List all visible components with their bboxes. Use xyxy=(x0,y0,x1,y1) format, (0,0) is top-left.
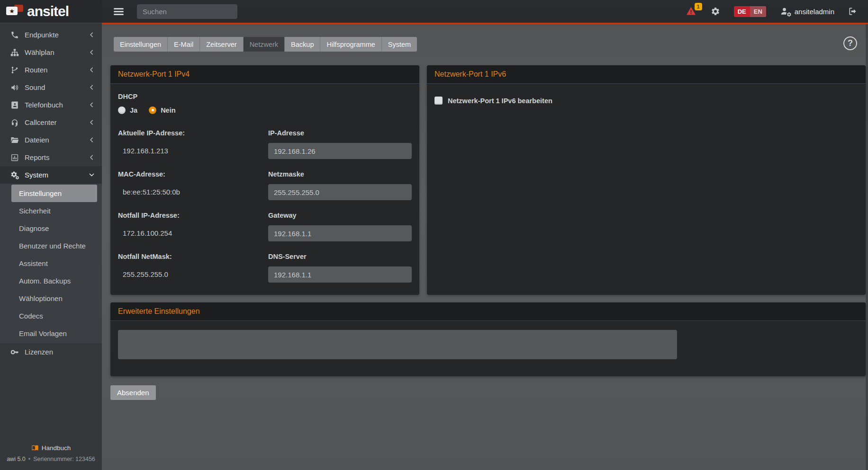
system-submenu: Einstellungen Sicherheit Diagnose Benutz… xyxy=(0,184,102,343)
book-icon xyxy=(31,444,39,452)
submenu-item-waehloptionen[interactable]: Wähloptionen xyxy=(0,290,102,307)
star-icon: ★ xyxy=(6,7,18,15)
headset-icon xyxy=(10,118,19,127)
logout-icon[interactable] xyxy=(848,7,858,16)
field-ip-adresse: IP-Adresse xyxy=(268,129,412,159)
dhcp-label: DHCP xyxy=(118,93,412,100)
sidebar-menu: Endpunkte Wählplan Routen Sound Telefonb… xyxy=(0,23,102,444)
dhcp-radio-ja[interactable]: Ja xyxy=(118,106,137,114)
sidebar-item-sound[interactable]: Sound xyxy=(0,79,102,96)
ip-adresse-input[interactable] xyxy=(268,143,412,159)
sidebar-item-lizenzen[interactable]: Lizenzen xyxy=(0,343,102,361)
ipv4-panel-title: Netzwerk-Port 1 IPv4 xyxy=(110,65,419,84)
user-menu[interactable]: ansiteladmin xyxy=(780,7,834,16)
gateway-input[interactable] xyxy=(268,225,412,241)
chevron-left-icon xyxy=(89,49,95,55)
sidebar: ★ ansitel Endpunkte Wählplan Routen Soun… xyxy=(0,0,102,470)
key-icon xyxy=(10,348,19,356)
sitemap-icon xyxy=(10,48,19,57)
netzmaske-input[interactable] xyxy=(268,184,412,200)
submenu-item-diagnose[interactable]: Diagnose xyxy=(0,220,102,237)
sidebar-item-telefonbuch[interactable]: Telefonbuch xyxy=(0,96,102,114)
sidebar-item-endpunkte[interactable]: Endpunkte xyxy=(0,26,102,44)
chevron-left-icon xyxy=(89,137,95,143)
hamburger-menu-icon[interactable] xyxy=(114,8,124,15)
sidebar-footer: Handbuch awi 5.0•Seriennummer: 123456 xyxy=(0,444,102,470)
sidebar-item-reports[interactable]: Reports xyxy=(0,149,102,166)
brand-logo[interactable]: ★ ansitel xyxy=(0,0,102,23)
tab-email[interactable]: E-Mail xyxy=(168,37,200,52)
help-icon[interactable]: ? xyxy=(843,36,857,50)
tab-hilfsprogramme[interactable]: Hilfsprogramme xyxy=(320,37,381,52)
chevron-left-icon xyxy=(89,119,95,125)
search-input[interactable] xyxy=(137,4,237,19)
handbuch-link[interactable]: Handbuch xyxy=(31,444,71,452)
address-book-icon xyxy=(10,101,19,109)
tab-zeitserver[interactable]: Zeitserver xyxy=(200,37,243,52)
language-switch: DE EN xyxy=(734,6,766,17)
field-aktuelle-ip: Aktuelle IP-Adresse: 192.168.1.213 xyxy=(118,129,262,159)
settings-gear-icon[interactable] xyxy=(711,7,720,16)
settings-tabs: Einstellungen E-Mail Zeitserver Netzwerk… xyxy=(114,37,417,52)
chart-bar-icon xyxy=(10,153,19,162)
radio-checked-icon xyxy=(149,106,156,114)
field-dns-server: DNS-Server xyxy=(268,253,412,283)
field-mac-adresse: MAC-Adresse: be:ee:51:25:50:0b xyxy=(118,170,262,200)
ipv6-panel: Netzwerk-Port 1 IPv6 Netzwerk-Port 1 IPv… xyxy=(427,65,866,295)
checkbox-unchecked-icon xyxy=(434,97,443,105)
submenu-item-email-vorlagen[interactable]: Email Vorlagen xyxy=(0,325,102,342)
version-info: awi 5.0•Seriennummer: 123456 xyxy=(0,456,102,462)
submenu-item-einstellungen[interactable]: Einstellungen xyxy=(11,185,97,202)
sidebar-item-dateien[interactable]: Dateien xyxy=(0,131,102,149)
chevron-down-icon xyxy=(89,172,95,178)
ipv6-panel-title: Netzwerk-Port 1 IPv6 xyxy=(427,65,866,84)
sidebar-item-waehlplan[interactable]: Wählplan xyxy=(0,44,102,61)
username: ansiteladmin xyxy=(795,8,834,16)
alerts-button[interactable]: 1 xyxy=(686,6,697,17)
chevron-left-icon xyxy=(89,67,95,73)
user-gear-icon xyxy=(780,7,790,16)
field-notfall-netmask: Notfall NetMask: 255.255.255.0 xyxy=(118,253,262,283)
chevron-left-icon xyxy=(89,32,95,38)
tab-einstellungen[interactable]: Einstellungen xyxy=(114,37,168,52)
folder-open-icon xyxy=(10,136,19,144)
ipv6-edit-checkbox[interactable]: Netzwerk-Port 1 IPv6 bearbeiten xyxy=(434,97,858,105)
ipv4-panel: Netzwerk-Port 1 IPv4 DHCP Ja Nein Aktuel xyxy=(110,65,419,295)
accent-divider xyxy=(102,23,868,24)
submenu-item-benutzer-und-rechte[interactable]: Benutzer und Rechte xyxy=(0,237,102,255)
submenu-item-codecs[interactable]: Codecs xyxy=(0,307,102,325)
advanced-panel-title: Erweiterte Einstellungen xyxy=(110,302,866,321)
radio-unchecked-icon xyxy=(118,106,126,114)
tab-netzwerk[interactable]: Netzwerk xyxy=(244,37,285,52)
chevron-left-icon xyxy=(89,102,95,108)
volume-icon xyxy=(10,83,19,92)
scrollbar[interactable] xyxy=(866,24,868,470)
dns-server-input[interactable] xyxy=(268,266,412,283)
topbar-actions: 1 DE EN ansiteladmin xyxy=(686,6,858,17)
chevron-left-icon xyxy=(89,84,95,90)
alert-count-badge: 1 xyxy=(695,3,702,10)
sidebar-item-callcenter[interactable]: Callcenter xyxy=(0,114,102,131)
notfall-ip-value: 172.16.100.254 xyxy=(118,225,262,241)
sidebar-item-routen[interactable]: Routen xyxy=(0,61,102,79)
submit-button[interactable]: Absenden xyxy=(110,385,156,400)
sidebar-item-system[interactable]: System xyxy=(0,166,102,184)
main-content: Einstellungen E-Mail Zeitserver Netzwerk… xyxy=(102,24,868,470)
lang-en-button[interactable]: EN xyxy=(750,6,766,17)
ipv4-form: Aktuelle IP-Adresse: 192.168.1.213 IP-Ad… xyxy=(118,129,412,283)
aktuelle-ip-value: 192.168.1.213 xyxy=(118,143,262,159)
field-gateway: Gateway xyxy=(268,212,412,241)
submenu-item-sicherheit[interactable]: Sicherheit xyxy=(0,202,102,220)
notfall-netmask-value: 255.255.255.0 xyxy=(118,266,262,283)
submenu-item-assistent[interactable]: Assistent xyxy=(0,255,102,272)
submenu-item-autom-backups[interactable]: Autom. Backups xyxy=(0,272,102,290)
tab-backup[interactable]: Backup xyxy=(285,37,320,52)
dhcp-radio-nein[interactable]: Nein xyxy=(149,106,175,114)
tab-system[interactable]: System xyxy=(382,37,417,52)
advanced-settings-textarea[interactable] xyxy=(118,330,677,359)
brand-name: ansitel xyxy=(27,4,69,18)
mac-adresse-value: be:ee:51:25:50:0b xyxy=(118,184,262,200)
topbar: 1 DE EN ansiteladmin xyxy=(102,0,868,23)
gears-icon xyxy=(10,171,19,179)
lang-de-button[interactable]: DE xyxy=(734,6,750,17)
